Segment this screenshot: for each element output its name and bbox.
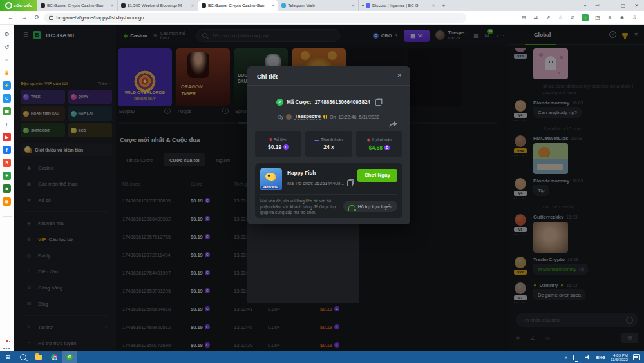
tray-expand-icon[interactable]: ∧ bbox=[564, 355, 568, 360]
share-icon[interactable]: ↗ bbox=[545, 15, 551, 21]
browser-tab[interactable]: Telegram Web ✕ bbox=[278, 0, 359, 11]
tab-close-icon[interactable]: ✕ bbox=[191, 3, 194, 8]
address-bar[interactable]: bc.game/vi/game/happy-fish-by-booongo bbox=[44, 13, 466, 23]
game-thumbnail[interactable]: HAPPY FISH bbox=[260, 168, 282, 190]
tab-close-icon[interactable]: ✕ bbox=[351, 3, 355, 8]
stat-value: $4.58 bbox=[369, 144, 383, 151]
settings-icon[interactable]: ⚙ bbox=[3, 30, 11, 38]
on-label: On bbox=[330, 114, 336, 120]
window-maximize-button[interactable]: ▢ bbox=[621, 3, 626, 8]
add-shortcut-icon[interactable]: + bbox=[3, 120, 11, 128]
tab-search-icon[interactable]: ▾ bbox=[584, 3, 587, 8]
file-explorer-icon[interactable] bbox=[31, 351, 46, 363]
live-support-button[interactable]: Hỗ trợ trực tuyến bbox=[343, 201, 397, 212]
modal-title: Chi tiết bbox=[257, 73, 278, 80]
newsfeed-icon[interactable]: ≡ bbox=[3, 55, 11, 64]
taskbar-clock[interactable]: 4:03 PM 11/6/2022 bbox=[611, 353, 628, 362]
clock-time: 4:03 PM bbox=[613, 353, 628, 357]
back-icon[interactable]: ← bbox=[8, 14, 14, 21]
save-page-icon[interactable]: ⊞ bbox=[520, 15, 527, 21]
stat-label: Lợi nhuận bbox=[372, 137, 392, 142]
tab-favicon bbox=[121, 3, 126, 8]
shopee-icon[interactable]: S bbox=[3, 159, 11, 167]
verified-check-icon: ✓ bbox=[276, 99, 283, 106]
coccoc-logo[interactable]: cốc cốc bbox=[0, 0, 37, 11]
url-text: bc.game/vi/game/happy-fish-by-booongo bbox=[57, 15, 144, 21]
cart-icon[interactable]: ≣ bbox=[3, 197, 11, 206]
chrome-icon[interactable] bbox=[46, 351, 62, 363]
game-name: Happy Fish bbox=[287, 170, 316, 176]
rail-more-icon[interactable]: ••• bbox=[3, 346, 10, 351]
window-minimize-button[interactable]: – bbox=[609, 3, 611, 8]
youtube-icon[interactable]: ▶ bbox=[3, 133, 11, 141]
mini-avatar bbox=[286, 114, 292, 120]
tab-title: BC.Game: Crypto Casino Gan bbox=[208, 3, 269, 8]
browser-tab[interactable]: Discord | #games | BC G ✕ bbox=[359, 0, 439, 11]
extensions-icon[interactable]: ◳ bbox=[594, 15, 601, 21]
browser-tab[interactable]: BC.Game: Crypto Casino Gan ✕ bbox=[198, 0, 278, 11]
support-note: Mọi vấn đề, xin vui lòng liên hệ với bộ … bbox=[260, 198, 337, 215]
tab-restore-icon[interactable]: ↩ bbox=[596, 3, 600, 8]
reload-icon[interactable]: ⟳ bbox=[35, 14, 40, 21]
tab-close-icon[interactable]: ✕ bbox=[431, 3, 435, 8]
copy-icon[interactable] bbox=[375, 99, 381, 106]
coccoc-app-icon[interactable]: C bbox=[3, 94, 11, 103]
taskbar-search-icon[interactable] bbox=[15, 351, 31, 363]
language-indicator[interactable]: ENG bbox=[596, 355, 605, 360]
tab-close-icon[interactable]: ✕ bbox=[271, 3, 275, 8]
windows-taskbar: ⊞ C ∧ ENG 4:03 PM 11/6/2022 bbox=[0, 351, 644, 363]
thumbnail-caption: HAPPY FISH bbox=[261, 186, 279, 189]
coccoc-brand-label: cốc cốc bbox=[14, 3, 33, 8]
bookmark-star-icon[interactable]: ☆ bbox=[557, 15, 564, 21]
coccoc-download-icon[interactable]: ↓ bbox=[582, 14, 589, 21]
downloads-icon[interactable]: ⇩ bbox=[631, 15, 638, 21]
coin-icon bbox=[384, 145, 390, 150]
tab-close-icon[interactable]: ✕ bbox=[110, 3, 114, 8]
gift-icon[interactable]: + bbox=[3, 172, 11, 180]
bee-badge-icon bbox=[323, 115, 327, 119]
game-info-box: HAPPY FISH Happy Fish Mã Trò chơi: 36351… bbox=[255, 163, 402, 218]
stat-icon: ▬ bbox=[315, 137, 319, 142]
tab-favicon bbox=[281, 3, 286, 8]
stat-box: ▬ Thanh toán 24 x bbox=[305, 131, 352, 157]
clock-date: 11/6/2022 bbox=[611, 357, 628, 362]
modal-close-icon[interactable]: ✕ bbox=[397, 72, 402, 79]
crown-rewards-icon[interactable]: ♛ bbox=[3, 68, 11, 77]
bell-alert-dot bbox=[6, 340, 8, 342]
bet-details-modal: Chi tiết ✕ ✓ Mã Cược: 174863613066409382… bbox=[247, 66, 410, 224]
game-id-value: 3635144400... bbox=[314, 181, 344, 186]
coccoc-ring-icon bbox=[5, 2, 12, 9]
games-hub-icon[interactable]: ▦ bbox=[3, 107, 11, 115]
speaker-icon[interactable] bbox=[585, 355, 591, 360]
new-tab-button[interactable]: + bbox=[439, 0, 448, 11]
tree-icon[interactable]: ♣ bbox=[3, 184, 11, 193]
action-center-icon[interactable] bbox=[633, 354, 640, 360]
play-now-button[interactable]: Chơi Ngay bbox=[357, 169, 397, 182]
network-icon[interactable] bbox=[573, 355, 580, 360]
history-icon[interactable]: ↺ bbox=[3, 43, 11, 51]
bet-id-value: 1748636130664093824 bbox=[315, 99, 371, 105]
window-close-button[interactable]: ✕ bbox=[634, 3, 639, 8]
copy-icon[interactable] bbox=[347, 180, 353, 186]
adblock-icon[interactable]: ⊘ bbox=[569, 15, 576, 21]
stat-box: ♞ Lợi nhuận $4.58 bbox=[356, 131, 402, 157]
tab-title: $1,500 Weekend Booongo M bbox=[128, 3, 189, 8]
stat-icon: ♞ bbox=[366, 137, 370, 142]
start-button[interactable]: ⊞ bbox=[0, 351, 15, 363]
tab-favicon bbox=[202, 3, 206, 8]
profile-avatar-icon[interactable]: ☻ bbox=[619, 15, 625, 21]
forward-icon[interactable]: → bbox=[21, 14, 27, 21]
messenger-icon[interactable]: ⚡ bbox=[3, 81, 11, 90]
translate-icon[interactable]: ⇄ bbox=[533, 15, 539, 21]
tab-title: Telegram Web bbox=[288, 3, 349, 8]
browser-toolbar: ← → ⟳ bc.game/vi/game/happy-fish-by-booo… bbox=[0, 11, 644, 25]
browser-tab[interactable]: $1,500 Weekend Booongo M ✕ bbox=[118, 0, 198, 11]
by-label: By bbox=[278, 114, 283, 120]
facebook-icon[interactable]: f bbox=[3, 146, 11, 154]
share-icon[interactable] bbox=[389, 119, 397, 131]
bettor-username[interactable]: Thespectre bbox=[294, 113, 321, 120]
coccoc-taskbar-icon[interactable]: C bbox=[62, 351, 77, 363]
tab-title: BC.Game: Crypto Casino Gan bbox=[47, 3, 108, 8]
browser-tab[interactable]: BC.Game: Crypto Casino Gan ✕ bbox=[37, 0, 118, 11]
reading-list-icon[interactable]: ≡ bbox=[607, 15, 613, 21]
